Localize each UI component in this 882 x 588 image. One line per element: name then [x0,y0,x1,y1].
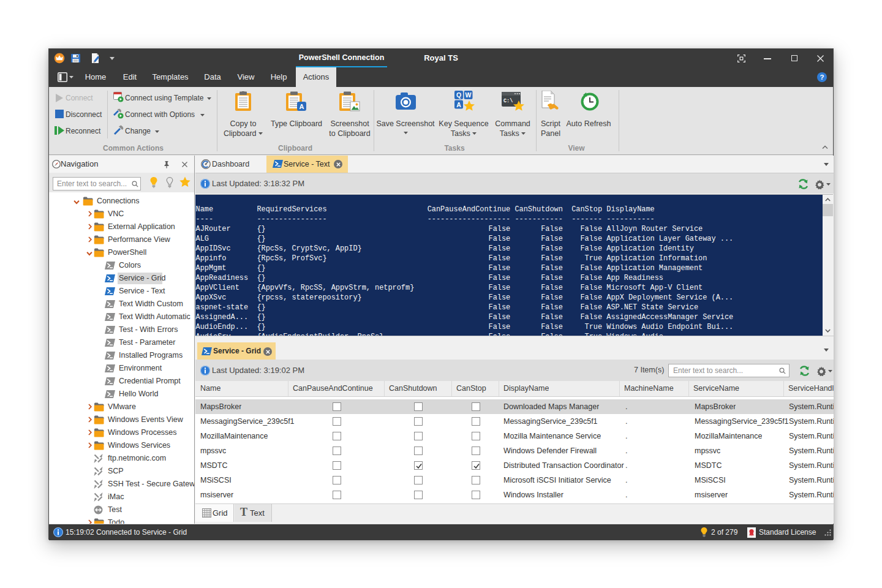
svg-text:Q: Q [456,91,461,99]
svg-text:A: A [456,101,461,108]
svg-text:C:\: C:\ [503,98,513,104]
svg-text:W: W [466,91,472,99]
svg-text:A: A [300,103,304,110]
